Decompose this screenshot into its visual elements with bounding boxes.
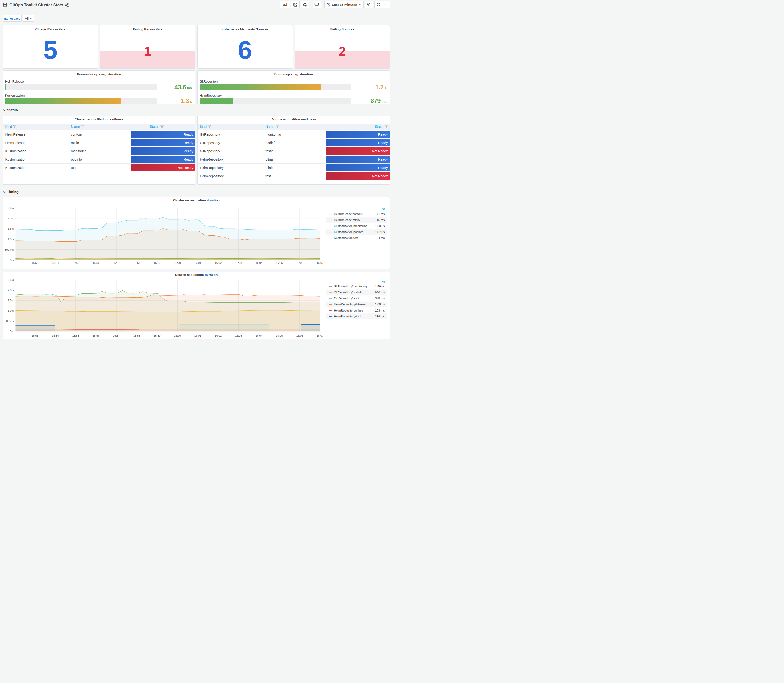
svg-text:1.5 s: 1.5 s <box>8 299 14 302</box>
svg-text:15:58: 15:58 <box>133 261 140 265</box>
svg-text:avg: avg <box>379 280 385 283</box>
svg-text:HelmRepository/minio: HelmRepository/minio <box>334 309 363 312</box>
svg-text:1.0 s: 1.0 s <box>8 238 14 240</box>
svg-text:16:01: 16:01 <box>194 334 201 337</box>
svg-text:15:58: 15:58 <box>133 334 140 337</box>
svg-text:2.5 s: 2.5 s <box>8 279 14 281</box>
svg-text:16:03: 16:03 <box>235 261 242 265</box>
svg-text:16:05: 16:05 <box>276 334 283 337</box>
svg-text:16:00: 16:00 <box>174 261 181 265</box>
svg-text:1.5 s: 1.5 s <box>8 227 14 230</box>
svg-text:GitRepository/monitoring: GitRepository/monitoring <box>334 285 367 288</box>
svg-text:71 ms: 71 ms <box>377 213 385 216</box>
svg-text:16:06: 16:06 <box>296 334 303 337</box>
svg-text:1.0 s: 1.0 s <box>8 309 14 312</box>
svg-text:1.594 s: 1.594 s <box>375 285 385 288</box>
svg-text:15:55: 15:55 <box>72 261 79 265</box>
svg-text:Source acquisition duration: Source acquisition duration <box>175 273 218 277</box>
svg-text:GitRepository/podinfo: GitRepository/podinfo <box>334 291 362 294</box>
svg-text:15:59: 15:59 <box>154 334 160 337</box>
svg-text:HelmRepository/test: HelmRepository/test <box>334 315 361 318</box>
svg-text:1.695 s: 1.695 s <box>375 303 385 306</box>
svg-text:HelmRepository/bitnami: HelmRepository/bitnami <box>334 303 366 306</box>
svg-text:15:56: 15:56 <box>93 334 99 337</box>
svg-text:16:03: 16:03 <box>235 334 242 337</box>
svg-text:HelmRelease/minio: HelmRelease/minio <box>334 218 360 222</box>
svg-text:338 ms: 338 ms <box>375 297 385 300</box>
svg-text:16:01: 16:01 <box>194 261 201 265</box>
svg-text:Kustomization/podinfo: Kustomization/podinfo <box>334 230 363 234</box>
svg-text:16:04: 16:04 <box>255 334 262 337</box>
svg-text:15:56: 15:56 <box>93 261 99 265</box>
svg-text:500 ms: 500 ms <box>5 320 14 322</box>
svg-text:108 ms: 108 ms <box>375 309 385 312</box>
svg-text:84 ms: 84 ms <box>377 236 385 240</box>
svg-text:16:07: 16:07 <box>317 261 324 265</box>
svg-text:16 ms: 16 ms <box>377 218 385 222</box>
svg-text:16:00: 16:00 <box>174 334 181 337</box>
svg-text:1.071 s: 1.071 s <box>375 230 385 234</box>
svg-text:15:54: 15:54 <box>52 334 59 337</box>
svg-text:15:53: 15:53 <box>31 334 38 337</box>
svg-text:289 ms: 289 ms <box>375 315 385 318</box>
svg-text:Cluster reconciliation duratio: Cluster reconciliation duration <box>173 199 220 202</box>
svg-text:16:02: 16:02 <box>215 261 221 265</box>
svg-text:500 ms: 500 ms <box>5 248 14 251</box>
svg-text:HelmRelease/contour: HelmRelease/contour <box>334 213 362 216</box>
svg-text:2.0 s: 2.0 s <box>8 217 14 220</box>
svg-text:16:04: 16:04 <box>255 261 262 265</box>
svg-text:15:57: 15:57 <box>113 334 120 337</box>
svg-text:15:54: 15:54 <box>52 261 59 265</box>
svg-text:Kustomization/monitoring: Kustomization/monitoring <box>334 224 367 228</box>
svg-text:16:07: 16:07 <box>317 334 324 337</box>
svg-text:1.605 s: 1.605 s <box>375 224 385 228</box>
svg-text:avg: avg <box>379 207 385 210</box>
svg-text:16:05: 16:05 <box>276 261 283 265</box>
svg-text:GitRepository/test2: GitRepository/test2 <box>334 297 359 300</box>
svg-text:16:06: 16:06 <box>296 261 303 265</box>
svg-text:2.0 s: 2.0 s <box>8 289 14 292</box>
svg-text:0 s: 0 s <box>10 259 14 261</box>
svg-text:980 ms: 980 ms <box>375 291 385 294</box>
svg-text:15:55: 15:55 <box>72 334 79 337</box>
svg-text:2.5 s: 2.5 s <box>8 207 14 209</box>
svg-text:15:53: 15:53 <box>31 261 38 265</box>
svg-text:16:02: 16:02 <box>215 334 221 337</box>
svg-text:15:57: 15:57 <box>113 261 120 265</box>
svg-text:0 s: 0 s <box>10 330 14 333</box>
svg-text:Kustomization/test: Kustomization/test <box>334 236 358 240</box>
svg-text:15:59: 15:59 <box>154 261 160 265</box>
